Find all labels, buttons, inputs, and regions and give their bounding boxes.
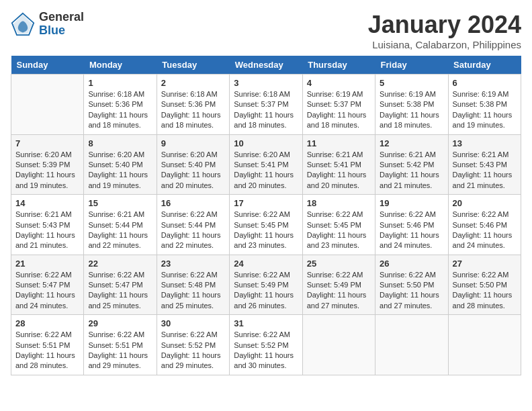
calendar-cell: 12Sunrise: 6:21 AM Sunset: 5:42 PM Dayli… bbox=[375, 134, 448, 195]
calendar-cell: 9Sunrise: 6:20 AM Sunset: 5:40 PM Daylig… bbox=[157, 134, 229, 195]
day-number: 11 bbox=[307, 138, 371, 148]
calendar-cell: 5Sunrise: 6:19 AM Sunset: 5:38 PM Daylig… bbox=[375, 75, 448, 135]
calendar-cell bbox=[11, 75, 84, 135]
day-info: Sunrise: 6:21 AM Sunset: 5:43 PM Dayligh… bbox=[15, 210, 79, 251]
day-of-week-header: Saturday bbox=[448, 56, 521, 75]
day-info: Sunrise: 6:20 AM Sunset: 5:40 PM Dayligh… bbox=[88, 150, 152, 191]
calendar-cell: 24Sunrise: 6:22 AM Sunset: 5:49 PM Dayli… bbox=[230, 255, 302, 315]
calendar-cell: 21Sunrise: 6:22 AM Sunset: 5:47 PM Dayli… bbox=[11, 255, 84, 315]
day-number: 7 bbox=[15, 138, 79, 148]
calendar-cell: 23Sunrise: 6:22 AM Sunset: 5:48 PM Dayli… bbox=[157, 255, 229, 315]
day-number: 6 bbox=[453, 78, 517, 88]
calendar-cell: 13Sunrise: 6:21 AM Sunset: 5:43 PM Dayli… bbox=[448, 134, 521, 195]
day-info: Sunrise: 6:22 AM Sunset: 5:46 PM Dayligh… bbox=[380, 210, 443, 251]
logo-blue: Blue bbox=[39, 24, 84, 38]
calendar-cell: 6Sunrise: 6:19 AM Sunset: 5:38 PM Daylig… bbox=[448, 75, 521, 135]
calendar-header-row: SundayMondayTuesdayWednesdayThursdayFrid… bbox=[11, 56, 521, 75]
calendar-week-row: 21Sunrise: 6:22 AM Sunset: 5:47 PM Dayli… bbox=[11, 255, 521, 315]
day-of-week-header: Tuesday bbox=[157, 56, 229, 75]
day-number: 14 bbox=[15, 198, 79, 208]
day-number: 17 bbox=[234, 198, 298, 208]
day-info: Sunrise: 6:20 AM Sunset: 5:39 PM Dayligh… bbox=[15, 150, 79, 191]
day-of-week-header: Thursday bbox=[302, 56, 375, 75]
day-number: 25 bbox=[307, 259, 371, 269]
day-info: Sunrise: 6:19 AM Sunset: 5:37 PM Dayligh… bbox=[307, 89, 371, 131]
day-info: Sunrise: 6:18 AM Sunset: 5:36 PM Dayligh… bbox=[88, 89, 152, 131]
day-info: Sunrise: 6:22 AM Sunset: 5:45 PM Dayligh… bbox=[307, 210, 371, 251]
day-number: 29 bbox=[88, 318, 152, 328]
day-number: 2 bbox=[161, 78, 225, 88]
day-number: 30 bbox=[161, 318, 225, 328]
calendar-cell: 19Sunrise: 6:22 AM Sunset: 5:46 PM Dayli… bbox=[375, 195, 448, 255]
calendar-cell bbox=[375, 315, 448, 375]
calendar-cell: 1Sunrise: 6:18 AM Sunset: 5:36 PM Daylig… bbox=[84, 75, 157, 135]
day-info: Sunrise: 6:21 AM Sunset: 5:41 PM Dayligh… bbox=[307, 150, 371, 191]
day-number: 26 bbox=[380, 259, 443, 269]
day-number: 19 bbox=[380, 198, 443, 208]
calendar-cell: 18Sunrise: 6:22 AM Sunset: 5:45 PM Dayli… bbox=[302, 195, 375, 255]
day-info: Sunrise: 6:21 AM Sunset: 5:44 PM Dayligh… bbox=[88, 210, 152, 251]
day-number: 10 bbox=[234, 138, 298, 148]
title-block: January 2024 Luisiana, Calabarzon, Phili… bbox=[368, 11, 521, 50]
day-number: 3 bbox=[234, 78, 298, 88]
day-info: Sunrise: 6:22 AM Sunset: 5:47 PM Dayligh… bbox=[88, 270, 152, 312]
calendar-cell: 2Sunrise: 6:18 AM Sunset: 5:36 PM Daylig… bbox=[157, 75, 229, 135]
calendar-cell: 4Sunrise: 6:19 AM Sunset: 5:37 PM Daylig… bbox=[302, 75, 375, 135]
calendar-cell: 14Sunrise: 6:21 AM Sunset: 5:43 PM Dayli… bbox=[11, 195, 84, 255]
calendar-cell: 11Sunrise: 6:21 AM Sunset: 5:41 PM Dayli… bbox=[302, 134, 375, 195]
day-info: Sunrise: 6:21 AM Sunset: 5:42 PM Dayligh… bbox=[380, 150, 443, 191]
day-info: Sunrise: 6:22 AM Sunset: 5:44 PM Dayligh… bbox=[161, 210, 225, 251]
calendar-cell bbox=[448, 315, 521, 375]
calendar-cell: 26Sunrise: 6:22 AM Sunset: 5:50 PM Dayli… bbox=[375, 255, 448, 315]
calendar-cell: 27Sunrise: 6:22 AM Sunset: 5:50 PM Dayli… bbox=[448, 255, 521, 315]
day-info: Sunrise: 6:19 AM Sunset: 5:38 PM Dayligh… bbox=[380, 89, 443, 131]
calendar-cell: 15Sunrise: 6:21 AM Sunset: 5:44 PM Dayli… bbox=[84, 195, 157, 255]
day-info: Sunrise: 6:22 AM Sunset: 5:50 PM Dayligh… bbox=[453, 270, 517, 312]
day-info: Sunrise: 6:22 AM Sunset: 5:52 PM Dayligh… bbox=[234, 330, 298, 371]
day-number: 21 bbox=[15, 259, 79, 269]
day-info: Sunrise: 6:22 AM Sunset: 5:48 PM Dayligh… bbox=[161, 270, 225, 312]
day-of-week-header: Wednesday bbox=[230, 56, 302, 75]
day-info: Sunrise: 6:22 AM Sunset: 5:50 PM Dayligh… bbox=[380, 270, 443, 312]
calendar-week-row: 7Sunrise: 6:20 AM Sunset: 5:39 PM Daylig… bbox=[11, 134, 521, 195]
day-number: 9 bbox=[161, 138, 225, 148]
calendar-cell: 16Sunrise: 6:22 AM Sunset: 5:44 PM Dayli… bbox=[157, 195, 229, 255]
page-subtitle: Luisiana, Calabarzon, Philippines bbox=[368, 39, 521, 50]
calendar-cell: 3Sunrise: 6:18 AM Sunset: 5:37 PM Daylig… bbox=[230, 75, 302, 135]
day-number: 20 bbox=[453, 198, 517, 208]
day-of-week-header: Friday bbox=[375, 56, 448, 75]
day-info: Sunrise: 6:22 AM Sunset: 5:46 PM Dayligh… bbox=[453, 210, 517, 251]
day-of-week-header: Monday bbox=[84, 56, 157, 75]
day-info: Sunrise: 6:22 AM Sunset: 5:47 PM Dayligh… bbox=[15, 270, 79, 312]
calendar-cell: 25Sunrise: 6:22 AM Sunset: 5:49 PM Dayli… bbox=[302, 255, 375, 315]
day-number: 5 bbox=[380, 78, 443, 88]
day-of-week-header: Sunday bbox=[11, 56, 84, 75]
day-number: 4 bbox=[307, 78, 371, 88]
day-number: 16 bbox=[161, 198, 225, 208]
page-title: January 2024 bbox=[368, 11, 521, 39]
calendar-week-row: 28Sunrise: 6:22 AM Sunset: 5:51 PM Dayli… bbox=[11, 315, 521, 375]
day-info: Sunrise: 6:19 AM Sunset: 5:38 PM Dayligh… bbox=[453, 89, 517, 131]
calendar-cell: 29Sunrise: 6:22 AM Sunset: 5:51 PM Dayli… bbox=[84, 315, 157, 375]
day-info: Sunrise: 6:22 AM Sunset: 5:45 PM Dayligh… bbox=[234, 210, 298, 251]
day-number: 13 bbox=[453, 138, 517, 148]
day-number: 27 bbox=[453, 259, 517, 269]
day-number: 12 bbox=[380, 138, 443, 148]
page-header: General Blue January 2024 Luisiana, Cala… bbox=[11, 11, 521, 50]
calendar-table: SundayMondayTuesdayWednesdayThursdayFrid… bbox=[11, 56, 521, 375]
calendar-cell: 30Sunrise: 6:22 AM Sunset: 5:52 PM Dayli… bbox=[157, 315, 229, 375]
day-number: 28 bbox=[15, 318, 79, 328]
day-info: Sunrise: 6:18 AM Sunset: 5:36 PM Dayligh… bbox=[161, 89, 225, 131]
day-number: 23 bbox=[161, 259, 225, 269]
day-info: Sunrise: 6:20 AM Sunset: 5:41 PM Dayligh… bbox=[234, 150, 298, 191]
calendar-cell: 22Sunrise: 6:22 AM Sunset: 5:47 PM Dayli… bbox=[84, 255, 157, 315]
day-number: 22 bbox=[88, 259, 152, 269]
calendar-cell: 10Sunrise: 6:20 AM Sunset: 5:41 PM Dayli… bbox=[230, 134, 302, 195]
day-info: Sunrise: 6:22 AM Sunset: 5:51 PM Dayligh… bbox=[88, 330, 152, 371]
day-info: Sunrise: 6:22 AM Sunset: 5:52 PM Dayligh… bbox=[161, 330, 225, 371]
calendar-cell bbox=[302, 315, 375, 375]
day-number: 24 bbox=[234, 259, 298, 269]
day-info: Sunrise: 6:22 AM Sunset: 5:51 PM Dayligh… bbox=[15, 330, 79, 371]
calendar-week-row: 1Sunrise: 6:18 AM Sunset: 5:36 PM Daylig… bbox=[11, 75, 521, 135]
day-info: Sunrise: 6:22 AM Sunset: 5:49 PM Dayligh… bbox=[307, 270, 371, 312]
